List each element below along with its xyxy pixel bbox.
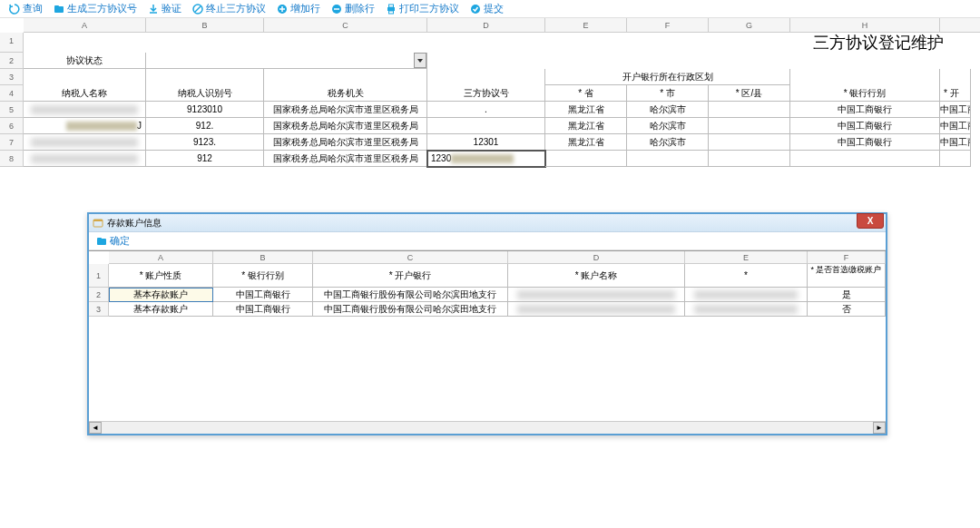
cell-name[interactable]	[24, 134, 146, 151]
dialog-close-button[interactable]: X	[857, 213, 884, 229]
inner-col-header[interactable]: F	[808, 251, 886, 263]
dropdown-icon[interactable]	[414, 53, 426, 68]
cell-city[interactable]: 哈尔滨市	[627, 118, 709, 134]
confirm-button[interactable]: 确定	[93, 234, 133, 248]
col-header[interactable]: A	[24, 18, 146, 32]
confirm-label: 确定	[110, 234, 130, 248]
cell-authority[interactable]: 国家税务总局哈尔滨市道里区税务局	[264, 118, 427, 134]
scroll-left-button[interactable]: ◄	[89, 422, 102, 434]
dialog-h-scrollbar[interactable]: ◄ ►	[89, 421, 886, 434]
ic-col-e[interactable]	[685, 302, 808, 317]
cell-city[interactable]: 哈尔滨市	[627, 134, 709, 151]
generate-agreement-button[interactable]: 生成三方协议号	[50, 2, 141, 15]
cell-name[interactable]	[24, 151, 146, 167]
table-row[interactable]: 9123010 国家税务总局哈尔滨市道里区税务局 . 黑龙江省 哈尔滨市 中国工…	[24, 102, 980, 118]
dialog-titlebar[interactable]: 存款账户信息 X	[89, 214, 886, 232]
cell-bank-type[interactable]: 中国工商银行	[790, 118, 940, 134]
inner-col-header[interactable]: D	[508, 251, 685, 263]
cell-county[interactable]	[709, 134, 790, 151]
cell-province[interactable]	[545, 151, 627, 167]
cell-city[interactable]: 哈尔滨市	[627, 102, 709, 118]
cell-county[interactable]	[709, 118, 790, 134]
ic-account-name[interactable]	[508, 288, 685, 302]
inner-row-header[interactable]: 2	[89, 288, 109, 302]
ic-preferred[interactable]: 否	[808, 302, 886, 317]
inner-row-header[interactable]: 1	[89, 264, 109, 288]
row-header[interactable]: 4	[0, 85, 24, 102]
cell-bank-type[interactable]: 中国工商银行	[790, 134, 940, 151]
col-header[interactable]: D	[427, 18, 545, 32]
cell-authority[interactable]: 国家税务总局哈尔滨市道里区税务局	[264, 102, 427, 118]
svg-rect-0	[54, 6, 64, 13]
inner-row-header[interactable]: 3	[89, 302, 109, 317]
submit-button[interactable]: 提交	[466, 2, 507, 15]
col-header[interactable]: F	[627, 18, 709, 32]
ic-preferred[interactable]: 是	[808, 288, 886, 302]
row-header[interactable]: 2	[0, 53, 24, 69]
col-header-row: A B C D E F G H	[24, 18, 980, 33]
cell-name[interactable]	[24, 102, 146, 118]
ic-bank-type[interactable]: 中国工商银行	[213, 288, 313, 302]
check-icon	[470, 4, 481, 15]
col-header[interactable]: G	[709, 18, 790, 32]
row-header[interactable]: 8	[0, 151, 24, 167]
row-header[interactable]: 3	[0, 69, 24, 85]
table-row[interactable]: 912 国家税务总局哈尔滨市道里区税务局 1230	[24, 151, 980, 167]
col-header[interactable]: B	[146, 18, 264, 32]
delete-row-button[interactable]: 删除行	[328, 2, 378, 15]
cell-city[interactable]	[627, 151, 709, 167]
row-header[interactable]: 7	[0, 134, 24, 151]
cell-open-bank[interactable]: 中国工商银行	[940, 118, 971, 134]
account-info-dialog: 存款账户信息 X 确定 A B C D E F 1 2 3 * 账户性质 * 银…	[87, 212, 887, 435]
verify-button[interactable]: 验证	[144, 2, 185, 15]
cell-name[interactable]: J	[24, 118, 146, 134]
cell-province[interactable]: 黑龙江省	[545, 134, 627, 151]
inner-col-header[interactable]: C	[313, 251, 508, 263]
ic-bank-type[interactable]: 中国工商银行	[213, 302, 313, 317]
scroll-right-button[interactable]: ►	[873, 422, 886, 434]
row-header[interactable]: 5	[0, 102, 24, 118]
cell-agreement-selected[interactable]: 1230	[427, 151, 545, 167]
print-button[interactable]: 打印三方协议	[382, 2, 463, 15]
col-header[interactable]: C	[264, 18, 427, 32]
cell-open-bank[interactable]: 中国工商银行	[940, 134, 971, 151]
terminate-button[interactable]: 终止三方协议	[189, 2, 270, 15]
query-button[interactable]: 查询	[5, 2, 46, 15]
table-row[interactable]: 9123. 国家税务总局哈尔滨市道里区税务局 12301 黑龙江省 哈尔滨市 中…	[24, 134, 980, 151]
col-header[interactable]: H	[790, 18, 940, 32]
cell-id[interactable]: 912.	[146, 118, 264, 134]
cell-open-bank[interactable]	[940, 151, 971, 167]
status-dropdown[interactable]	[146, 53, 427, 69]
ic-account-type[interactable]: 基本存款账户	[109, 302, 213, 317]
inner-col-header[interactable]: B	[213, 251, 313, 263]
ic-account-name[interactable]	[508, 302, 685, 317]
ic-open-bank[interactable]: 中国工商银行股份有限公司哈尔滨田地支行	[313, 302, 508, 317]
row-header[interactable]: 6	[0, 118, 24, 134]
ic-open-bank[interactable]: 中国工商银行股份有限公司哈尔滨田地支行	[313, 288, 508, 302]
cell-agreement[interactable]: .	[427, 102, 545, 118]
table-row[interactable]: J 912. 国家税务总局哈尔滨市道里区税务局 黑龙江省 哈尔滨市 中国工商银行…	[24, 118, 980, 134]
cell-id[interactable]: 9123010	[146, 102, 264, 118]
cell-bank-type[interactable]	[790, 151, 940, 167]
ic-col-e[interactable]	[685, 288, 808, 302]
inner-col-header[interactable]: A	[109, 251, 213, 263]
inner-col-header[interactable]: E	[685, 251, 808, 263]
cell-id[interactable]: 912	[146, 151, 264, 167]
cell-open-bank[interactable]: 中国工商银行	[940, 102, 971, 118]
cell-authority[interactable]: 国家税务总局哈尔滨市道里区税务局	[264, 134, 427, 151]
cell-province[interactable]: 黑龙江省	[545, 118, 627, 134]
cell-bank-type[interactable]: 中国工商银行	[790, 102, 940, 118]
add-row-button[interactable]: 增加行	[273, 2, 324, 15]
cell-county[interactable]	[709, 102, 790, 118]
inner-table-row[interactable]: 基本存款账户 中国工商银行 中国工商银行股份有限公司哈尔滨田地支行 否	[109, 302, 886, 317]
cell-province[interactable]: 黑龙江省	[545, 102, 627, 118]
cell-id[interactable]: 9123.	[146, 134, 264, 151]
row-header[interactable]: 1	[0, 33, 24, 53]
cell-agreement[interactable]	[427, 118, 545, 134]
cell-county[interactable]	[709, 151, 790, 167]
inner-table-row[interactable]: 基本存款账户 中国工商银行 中国工商银行股份有限公司哈尔滨田地支行 是	[109, 288, 886, 302]
cell-authority[interactable]: 国家税务总局哈尔滨市道里区税务局	[264, 151, 427, 167]
col-header[interactable]: E	[545, 18, 627, 32]
cell-agreement[interactable]: 12301	[427, 134, 545, 151]
ic-account-type[interactable]: 基本存款账户	[109, 288, 213, 302]
